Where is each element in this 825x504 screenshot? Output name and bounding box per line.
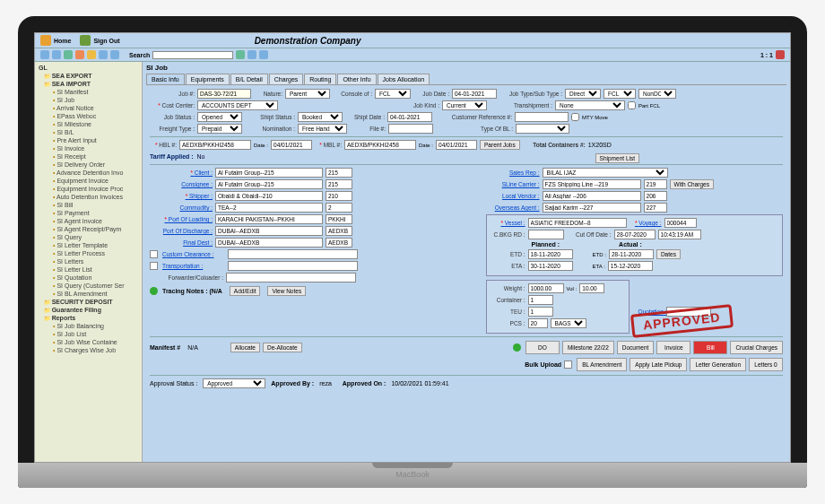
local-vendor-input[interactable] <box>543 191 641 201</box>
commodity-code[interactable] <box>326 203 352 213</box>
refresh-icon[interactable] <box>110 50 119 59</box>
signout-link[interactable]: Sign Out <box>93 38 119 44</box>
add-edit-button[interactable]: Add/Edit <box>230 286 261 296</box>
go-icon[interactable] <box>236 50 245 59</box>
cbkg-input[interactable] <box>528 230 564 239</box>
cust-ref-input[interactable] <box>515 112 569 122</box>
container-input[interactable] <box>528 295 553 305</box>
partfcl-check[interactable] <box>628 101 636 109</box>
shipper-label[interactable]: Shipper : <box>150 193 213 199</box>
apply-late-button[interactable]: Apply Late Pickup <box>630 358 687 371</box>
local-vendor-code[interactable] <box>644 191 667 201</box>
client-code[interactable] <box>326 168 352 178</box>
pcs-input[interactable] <box>528 318 548 328</box>
tree-folder-guarantee[interactable]: Guarantee Filing <box>37 306 140 314</box>
voyage-input[interactable] <box>664 218 697 228</box>
tree-leaf[interactable]: SI Bill <box>37 201 140 209</box>
tree-leaf[interactable]: SI Query <box>37 233 140 241</box>
tree-leaf[interactable]: SI Receipt <box>37 152 140 161</box>
consignee-input[interactable] <box>215 179 323 189</box>
tree-root[interactable]: GL <box>37 64 140 72</box>
tree-leaf[interactable]: SI Letter Template <box>37 241 140 249</box>
tab-equipments[interactable]: Equipments <box>186 74 230 84</box>
tree-folder-reports[interactable]: Reports <box>37 314 140 322</box>
tree-leaf[interactable]: SI Agent Receipt/Paym <box>37 225 140 233</box>
tree-leaf[interactable]: Advance Detention Invo <box>37 169 140 177</box>
job-date-input[interactable] <box>452 89 497 99</box>
vol-input[interactable] <box>579 283 604 293</box>
hbl-input[interactable] <box>179 140 251 150</box>
job-no-input[interactable] <box>197 89 251 99</box>
cost-center-select[interactable]: ACCOUNTS DEPT <box>197 100 278 110</box>
job-status-select[interactable]: Opened <box>197 112 242 122</box>
sline-code[interactable] <box>644 179 667 189</box>
pol-input[interactable] <box>215 214 323 224</box>
sidebar-tree[interactable]: GL SEA EXPORT SEA IMPORT SI ManifestSI J… <box>35 62 143 463</box>
sline-input[interactable] <box>543 179 641 189</box>
tree-leaf[interactable]: Equipment Invoice Proc <box>37 185 140 193</box>
tree-leaf[interactable]: SI Job Balancing <box>37 322 140 330</box>
signout-icon[interactable] <box>80 35 91 46</box>
teu-input[interactable] <box>528 307 553 317</box>
eta-actual[interactable] <box>608 261 653 271</box>
final-dest-code[interactable] <box>326 238 352 248</box>
job-kind-select[interactable]: Current <box>442 100 487 110</box>
nondc-select[interactable]: NonDC <box>638 89 676 99</box>
save-icon[interactable] <box>64 50 73 59</box>
do-button[interactable]: DO <box>525 341 560 354</box>
with-charges-button[interactable]: With Charges <box>670 179 714 189</box>
shipper-input[interactable] <box>215 191 323 201</box>
custom-input[interactable] <box>228 249 358 259</box>
letter-gen-button[interactable]: Letter Generation <box>690 358 746 371</box>
shipper-code[interactable] <box>326 191 352 201</box>
tree-leaf[interactable]: SI Invoice <box>37 144 140 152</box>
consignee-code[interactable] <box>326 179 352 189</box>
pod-label[interactable]: Port Of Discharge : <box>150 228 213 234</box>
parent-jobs-button[interactable]: Parent Jobs <box>480 140 520 150</box>
close-icon[interactable] <box>776 50 785 59</box>
mtymove-check[interactable] <box>571 113 579 121</box>
tree-leaf[interactable]: EPass Weboc <box>37 112 140 120</box>
freight-type-select[interactable]: Prepaid <box>197 124 242 134</box>
view-notes-button[interactable]: View Notes <box>267 286 306 296</box>
vessel-input[interactable] <box>528 218 627 228</box>
shipt-date-input[interactable] <box>387 112 432 122</box>
tree-leaf[interactable]: SI Milestone <box>37 120 140 128</box>
tree-leaf[interactable]: SI Manifest <box>37 88 140 96</box>
overseas-label[interactable]: Overseas Agent : <box>486 204 540 211</box>
milestone-button[interactable]: Milestone 22/22 <box>562 341 614 354</box>
overseas-code[interactable] <box>644 203 667 213</box>
tree-leaf[interactable]: Equipment Invoice <box>37 177 140 185</box>
transport-input[interactable] <box>228 261 358 271</box>
consignee-label[interactable]: Consignee : <box>150 181 213 187</box>
nature-select[interactable]: Parent <box>285 89 330 99</box>
tree-leaf[interactable]: SI Letter List <box>37 265 140 274</box>
tree-leaf[interactable]: SI Delivery Order <box>37 161 140 169</box>
approval-status-select[interactable]: Approved <box>203 378 265 388</box>
crucial-button[interactable]: Crucial Charges <box>730 341 783 354</box>
sales-rep-label[interactable]: Sales Rep : <box>486 169 540 176</box>
etd-planned[interactable] <box>528 249 573 259</box>
job-sub-select[interactable]: FCL <box>604 89 636 99</box>
tree-leaf[interactable]: SI Letters <box>37 257 140 265</box>
search-input[interactable] <box>152 51 233 59</box>
job-type-select[interactable]: Direct <box>565 89 601 99</box>
dates-button[interactable]: Dates <box>656 249 681 259</box>
client-label[interactable]: Client : <box>150 169 213 176</box>
home-link[interactable]: Home <box>54 38 71 44</box>
shipt-status-select[interactable]: Booked <box>298 112 343 122</box>
final-dest-input[interactable] <box>215 238 323 248</box>
overseas-input[interactable] <box>543 203 641 213</box>
nav-next-icon[interactable] <box>248 50 256 59</box>
forwarder-input[interactable] <box>226 273 356 282</box>
transhipment-select[interactable]: None <box>555 100 625 110</box>
voyage-label[interactable]: Voyage : <box>630 220 662 226</box>
etd-actual[interactable] <box>609 249 654 259</box>
tab-b-l-detail[interactable]: B/L Detail <box>230 74 268 84</box>
vessel-label[interactable]: Vessel : <box>490 220 525 226</box>
tab-charges[interactable]: Charges <box>269 74 303 84</box>
tree-leaf[interactable]: Arrival Notice <box>37 104 140 112</box>
tree-leaf[interactable]: SI Agent Invoice <box>37 217 140 225</box>
shipment-list-button[interactable]: Shipment List <box>595 153 639 163</box>
final-dest-label[interactable]: Final Dest : <box>150 239 213 246</box>
